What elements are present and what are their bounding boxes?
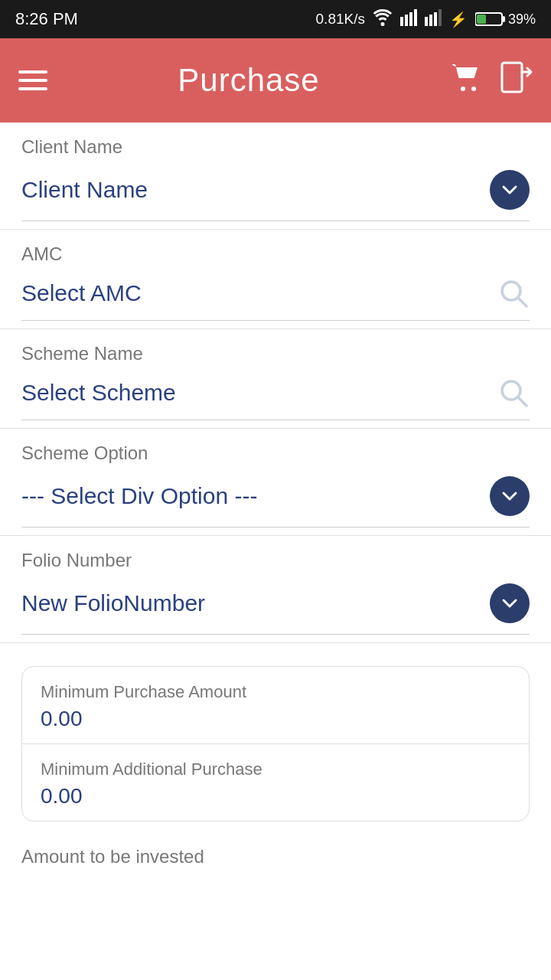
- svg-rect-13: [502, 63, 522, 92]
- min-purchase-value: 0.00: [41, 707, 510, 731]
- client-name-section: Client Name Client Name: [0, 122, 551, 230]
- client-name-row: Client Name: [21, 164, 530, 221]
- amount-label: Amount to be invested: [0, 829, 551, 867]
- wifi-icon: [373, 9, 393, 30]
- client-name-dropdown[interactable]: [490, 170, 530, 210]
- client-name-label: Client Name: [21, 136, 530, 158]
- scheme-name-value[interactable]: Select Scheme: [21, 380, 176, 406]
- cart-icon[interactable]: [450, 63, 482, 99]
- amc-value[interactable]: Select AMC: [21, 280, 142, 306]
- svg-rect-9: [502, 16, 505, 22]
- signal2-icon: [425, 9, 442, 30]
- svg-rect-1: [405, 15, 408, 26]
- app-bar-actions: [450, 61, 533, 100]
- svg-line-17: [518, 397, 527, 406]
- min-additional-value: 0.00: [41, 784, 510, 808]
- min-purchase-label: Minimum Purchase Amount: [41, 682, 510, 702]
- svg-rect-0: [400, 17, 403, 26]
- svg-line-15: [518, 298, 527, 306]
- scheme-name-label: Scheme Name: [21, 343, 530, 364]
- folio-number-dropdown[interactable]: [490, 583, 530, 623]
- scheme-option-row: --- Select Div Option ---: [21, 470, 530, 528]
- svg-rect-6: [434, 12, 437, 26]
- folio-number-value[interactable]: New FolioNumber: [21, 590, 205, 616]
- status-bar: 8:26 PM 0.81K/s ⚡: [0, 0, 551, 38]
- hamburger-menu[interactable]: [18, 70, 47, 90]
- battery-indicator: 39%: [475, 11, 536, 28]
- network-speed: 0.81K/s: [316, 11, 365, 28]
- signal-icon: [400, 9, 417, 30]
- app-bar-title: Purchase: [178, 62, 319, 99]
- scheme-option-value[interactable]: --- Select Div Option ---: [21, 483, 257, 509]
- svg-point-11: [461, 87, 465, 91]
- folio-number-row: New FolioNumber: [21, 577, 530, 635]
- svg-rect-4: [425, 17, 428, 26]
- bolt-icon: ⚡: [449, 11, 468, 28]
- folio-number-label: Folio Number: [21, 550, 530, 571]
- scheme-name-section: Scheme Name Select Scheme: [0, 329, 551, 429]
- scheme-search-button[interactable]: [497, 377, 530, 409]
- min-purchase-row: Minimum Purchase Amount 0.00: [22, 667, 529, 743]
- svg-point-12: [471, 87, 476, 91]
- svg-rect-7: [439, 9, 442, 26]
- scheme-option-dropdown[interactable]: [490, 476, 530, 516]
- scheme-option-label: Scheme Option: [21, 443, 530, 464]
- svg-rect-2: [409, 12, 412, 26]
- amc-section: AMC Select AMC: [0, 230, 551, 329]
- svg-rect-5: [429, 15, 432, 26]
- folio-number-section: Folio Number New FolioNumber: [0, 536, 551, 643]
- svg-rect-10: [477, 15, 486, 24]
- min-additional-row: Minimum Additional Purchase 0.00: [22, 743, 529, 821]
- exit-icon[interactable]: [500, 61, 533, 100]
- min-additional-label: Minimum Additional Purchase: [41, 760, 510, 779]
- status-icons: 0.81K/s ⚡: [316, 9, 536, 30]
- scheme-option-section: Scheme Option --- Select Div Option ---: [0, 429, 551, 536]
- amc-row: Select AMC: [21, 271, 530, 321]
- scheme-name-row: Select Scheme: [21, 371, 530, 420]
- app-bar: Purchase: [0, 38, 551, 122]
- client-name-value[interactable]: Client Name: [21, 177, 148, 203]
- svg-rect-3: [414, 9, 417, 26]
- info-card: Minimum Purchase Amount 0.00 Minimum Add…: [21, 666, 530, 822]
- amc-search-button[interactable]: [497, 277, 530, 309]
- status-time: 8:26 PM: [15, 9, 78, 29]
- amc-label: AMC: [21, 243, 530, 265]
- main-content: Client Name Client Name AMC Select AMC S…: [0, 122, 551, 867]
